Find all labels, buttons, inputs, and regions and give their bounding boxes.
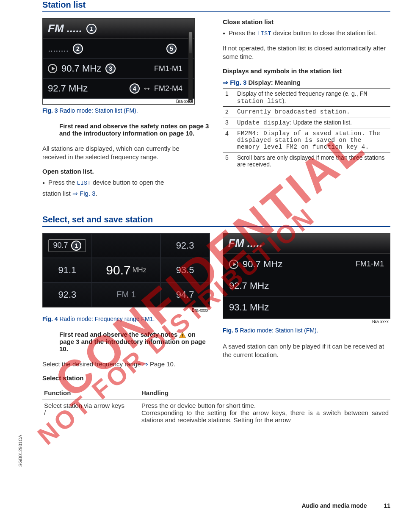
safety2-pre: First read and observe the safety notes (59, 331, 179, 338)
fig4-c20: 92.3 (43, 282, 92, 307)
para-all-stations-a: All stations are displayed, which can cu… (42, 145, 180, 152)
open-line2-post: . (96, 190, 97, 197)
fig5-caption-label: Fig. 5 (223, 327, 238, 334)
ftable-r1c1b: / (44, 409, 138, 416)
fig4-c21: FM 1 (92, 282, 160, 307)
fig3-caption-text: Radio mode: Station list (FM). (58, 107, 138, 114)
fig5-header: FM ..... (223, 233, 390, 254)
fig4-c00: 90.7 (53, 241, 68, 250)
dt-r4-n: 4 (223, 128, 235, 152)
fig5-caption-text: Radio mode: Station list (FM). (238, 327, 318, 334)
section-title-select-set-save: Select, set and save station (42, 215, 390, 227)
fig5-r1-right: FM1-M1 (356, 260, 384, 269)
dt-r3-n: 3 (223, 117, 235, 128)
select-station-head: Select station (42, 374, 210, 382)
fig5-r3: 93.1 MHz (223, 297, 390, 318)
callout-3: 3 (105, 64, 116, 74)
open-bullet-mid: device button to open the (91, 179, 164, 186)
figure-5-screen: FM ..... 90.7 MHz FM1-M1 92.7 MHz 93.1 M… (223, 233, 390, 324)
dt-r4-t: FM2M4: Display of a saved station. The d… (235, 128, 390, 152)
fig3-row2-mem: FM1-M1 (154, 64, 182, 73)
sel-line-post: Page 10. (150, 360, 175, 368)
fig4-c12: 93.5 (160, 258, 210, 282)
fig3-tag: Bra-xxxx (43, 99, 194, 104)
close-station-list-head: Close station list (223, 18, 390, 25)
fig3-header: FM ..... (48, 22, 82, 35)
play-icon-2 (229, 260, 238, 269)
open-bullet-kw: LIST (77, 180, 91, 186)
open-bullet-pre: Press the (48, 179, 77, 186)
disp-ref: Fig. 3 (230, 79, 246, 86)
open-line2-arrow: ⇒ (72, 190, 80, 197)
open-bullet: Press the LIST device button to open the (42, 178, 210, 188)
ftable-r1c1a: Select station via arrow keys (44, 402, 138, 409)
fig3-caption-label: Fig. 3 (42, 107, 58, 114)
close-p2: If not operated, the station list is clo… (223, 44, 390, 61)
close-bullet: Press the LIST device button to close th… (223, 29, 390, 38)
open-line2-ref: Fig. 3 (80, 190, 96, 197)
callout-4: 4 (130, 83, 140, 94)
close-bullet-pre: Press the (229, 29, 257, 36)
side-doc-code: SGB012901CA (18, 435, 23, 467)
figure-3-screen: FM ..... 1 ........ 2 5 90.7 MHz 3 FM1-M… (42, 18, 195, 105)
fig4-tag: Bra-xxxx (42, 307, 210, 313)
link-line-icon: ↔ (142, 83, 152, 94)
fig4-c11: 90.7 (106, 263, 130, 277)
fig4-caption: Fig. 4 Radio mode: Frequency range FM1. (42, 316, 210, 322)
fig5-r2: 92.7 MHz (223, 275, 390, 297)
play-icon (48, 64, 57, 73)
page-footer: Audio and media mode 11 (42, 502, 390, 509)
close-bullet-kw: LIST (257, 30, 271, 37)
open-line2: station list ⇒ Fig. 3. (42, 189, 210, 198)
open-station-list-head: Open station list. (42, 168, 210, 175)
ftable-h2: Handling (140, 387, 390, 399)
fig4-c22: 94.7 (160, 282, 210, 307)
fig3-row3-freq: 92.7 MHz (48, 83, 88, 94)
footer-page: 11 (384, 502, 390, 509)
fig3-scrollbar: ▲ ▼ (188, 31, 193, 102)
fig4-c11-mhz: MHz (133, 266, 146, 274)
callout-1b: 1 (71, 241, 81, 251)
open-line2-pre: station list (42, 190, 72, 197)
callout-1: 1 (86, 24, 97, 34)
ftable-r1c2: Press the or device button for short tim… (140, 399, 390, 426)
dt-r5-t: Scroll bars are only displayed if more t… (235, 152, 390, 169)
footer-section: Audio and media mode (301, 502, 367, 509)
fig3-row2-freq: 90.7 MHz (61, 63, 101, 74)
dt-r1-ta: Display of the selected frequency range … (237, 90, 360, 97)
disp-arrow: ⇒ (223, 79, 230, 86)
disp-ref-post: Display: Meaning (246, 79, 301, 86)
select-range-line: Select the desired frequency range ⇒ Pag… (42, 360, 210, 368)
fig4-c02: 92.3 (160, 233, 210, 258)
saved-station-note: A saved station can only be played if it… (223, 342, 390, 360)
close-bullet-post: device button to close the station list. (271, 29, 377, 36)
ftable-r1c2b: Corresponding to the setting for the arr… (141, 409, 389, 424)
fig3-row3-mem: FM2-M4 (154, 84, 182, 93)
ftable-r1c2a: Press the or device button for short tim… (141, 402, 389, 409)
dt-r3-t: Update display: Update the station list. (235, 117, 390, 128)
sel-line-arrow: ⇒ (143, 360, 150, 368)
fig4-c10: 91.1 (43, 258, 92, 282)
para-all-stations-b: received in the selected frequency range… (42, 153, 158, 161)
safety-note-1: First read and observe the safety notes … (59, 122, 210, 137)
para-all-stations: All stations are displayed, which can cu… (42, 144, 210, 162)
svg-text:!: ! (182, 333, 183, 338)
dt-r3-tb: : Update the station list. (290, 119, 352, 126)
warning-icon: ! (179, 332, 186, 338)
callout-2: 2 (73, 44, 83, 54)
figure-4-screen: 90.71 92.3 91.1 90.7MHz 93.5 92.3 FM 1 9… (42, 233, 210, 313)
fig5-r1-left: 90.7 MHz (243, 259, 282, 270)
fig4-caption-label: Fig. 4 (42, 316, 58, 322)
dt-r3-ta: Update display (237, 119, 290, 126)
dt-r2-n: 2 (223, 106, 235, 117)
dt-r5-n: 5 (223, 152, 235, 169)
fig4-caption-text: Radio mode: Frequency range FM1. (58, 316, 155, 322)
dt-r2-t: Currently broadcasted station. (235, 106, 390, 117)
dt-r1-t: Display of the selected frequency range … (235, 89, 390, 107)
sel-line-pre: Select the desired frequency range (42, 360, 143, 368)
section-title-station-list: Station list (42, 0, 390, 12)
fig5-caption: Fig. 5 Radio mode: Station list (FM). (223, 327, 390, 334)
fig3-caption: Fig. 3 Radio mode: Station list (FM). (42, 107, 210, 114)
dt-r1-tc: ). (282, 97, 286, 104)
fig3-row1-dots: ........ (48, 43, 69, 54)
